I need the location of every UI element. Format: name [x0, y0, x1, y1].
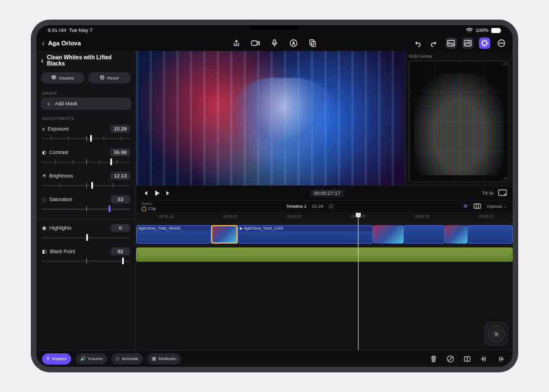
more-icon[interactable]	[496, 38, 507, 49]
snap-icon[interactable]	[473, 203, 481, 211]
trash-icon[interactable]	[427, 353, 440, 365]
saturation-row: ◌Saturation 53	[36, 193, 136, 203]
preset-name[interactable]: Clean Whites with Lifted Blacks	[47, 54, 131, 67]
jog-wheel[interactable]	[485, 322, 508, 346]
contrast-value[interactable]: 56.99	[110, 148, 130, 156]
svg-rect-17	[474, 204, 481, 208]
svg-rect-0	[492, 28, 500, 32]
share-icon[interactable]	[231, 38, 242, 49]
reset-button[interactable]: Reset	[88, 72, 132, 83]
titlebar: ‹ Aga Orlova	[36, 35, 513, 51]
undo-icon[interactable]	[412, 38, 423, 49]
inspector-back[interactable]: ‹	[41, 56, 44, 65]
timeline-name[interactable]: Timeline 1	[286, 204, 307, 209]
clip-thumb-3[interactable]	[445, 225, 467, 244]
inspect-tab[interactable]: ⚲Inspect	[42, 353, 71, 365]
highlights-icon: ◉	[42, 225, 46, 231]
playhead[interactable]	[358, 213, 359, 350]
contrast-slider[interactable]	[42, 157, 130, 167]
adjustments-section-label: ADJUSTMENTS	[36, 113, 136, 123]
timeline-header: Select Clip Timeline 1 01:24 ⓘ ⌘ Options…	[136, 200, 513, 212]
svg-point-13	[503, 43, 503, 43]
scope-title: RGB Overlay	[409, 54, 509, 58]
contrast-icon: ◐	[42, 150, 46, 155]
highlights-slider[interactable]	[42, 233, 130, 243]
clip-wide01[interactable]: AgaOrlova_Track_Wide01	[136, 225, 211, 244]
clip-selector[interactable]: Clip	[142, 206, 156, 211]
timeline-ruler[interactable]: 00:00:10 00:00:15 00:00:20 00:00:25 00:0…	[136, 213, 513, 223]
brightness-value[interactable]: 12.13	[110, 172, 130, 180]
clip-thumb-2[interactable]	[373, 225, 403, 244]
exposure-slider[interactable]	[42, 134, 130, 144]
animate-tab[interactable]: ◇Animate	[111, 353, 142, 365]
audio-clip[interactable]	[136, 248, 513, 262]
viewer[interactable]	[136, 51, 405, 185]
color-inspector-icon[interactable]	[479, 38, 490, 49]
blackpoint-slider[interactable]	[42, 256, 130, 267]
disable-clip-icon[interactable]	[444, 353, 457, 365]
svg-point-16	[504, 193, 506, 195]
options-button[interactable]: Options ⌄	[487, 204, 507, 209]
project-title[interactable]: Aga Orlova	[48, 40, 81, 46]
exposure-value[interactable]: 10.29	[110, 125, 130, 133]
brightness-icon: ☀	[42, 173, 46, 179]
svg-point-12	[501, 43, 501, 43]
transport-bar: 00:00:27:17 74 %	[136, 185, 513, 200]
exposure-icon: ±	[42, 126, 45, 132]
timecode[interactable]: 00:00:27:17	[310, 189, 344, 197]
svg-point-4	[290, 40, 297, 46]
clip-cu03[interactable]: ▶ AgaOrlova_Track_CU03	[238, 225, 373, 244]
scopes-toggle-icon[interactable]	[462, 38, 473, 49]
masks-section-label: MASKS	[36, 88, 136, 97]
prev-frame-button[interactable]	[142, 190, 148, 197]
saturation-slider[interactable]	[42, 204, 130, 214]
saturation-value[interactable]: 53	[111, 195, 130, 203]
disable-button[interactable]: Disable	[41, 72, 85, 83]
split-icon[interactable]	[461, 353, 473, 365]
voiceover-icon[interactable]	[269, 38, 280, 49]
text-icon[interactable]	[288, 38, 299, 49]
media-icon[interactable]	[307, 38, 318, 49]
highlights-row: ◉Highlights 0	[36, 222, 136, 232]
trim-start-icon[interactable]	[478, 353, 490, 365]
brightness-row: ☀Brightness 12.13	[36, 170, 136, 180]
video-track[interactable]: AgaOrlova_Track_Wide01 ▶ AgaOrlova_Track…	[136, 223, 513, 245]
svg-point-14	[53, 77, 54, 78]
multicam-tab[interactable]: ▦Multicam	[147, 353, 181, 365]
brightness-slider[interactable]	[42, 181, 130, 191]
plus-icon: ＋	[45, 100, 52, 108]
link-icon[interactable]: ⌘	[463, 204, 468, 209]
zoom-value[interactable]: 74 %	[482, 190, 494, 196]
clip-4[interactable]	[403, 225, 445, 244]
play-button[interactable]	[153, 189, 161, 197]
timeline-duration: 01:24	[312, 204, 323, 209]
audio-track[interactable]	[136, 245, 513, 263]
reset-icon	[100, 75, 105, 81]
add-mask-button[interactable]: ＋ Add Mask	[41, 97, 131, 110]
eye-icon	[51, 75, 57, 81]
svg-point-11	[499, 43, 500, 43]
saturation-icon: ◌	[42, 197, 46, 202]
svg-rect-1	[500, 30, 501, 31]
rgb-overlay-scope[interactable]: 120 -20	[409, 60, 509, 182]
status-time: 9:41 AM	[48, 27, 66, 33]
info-icon[interactable]: ⓘ	[329, 203, 333, 209]
highlights-value[interactable]: 0	[111, 224, 130, 232]
wifi-icon	[466, 27, 473, 33]
blackpoint-icon: ◧	[42, 249, 47, 254]
timeline[interactable]: 00:00:10 00:00:15 00:00:20 00:00:25 00:0…	[136, 212, 513, 350]
photos-icon[interactable]	[445, 38, 457, 49]
next-frame-button[interactable]	[165, 190, 172, 197]
blackpoint-value[interactable]: 82	[111, 248, 130, 255]
volume-tab[interactable]: 🔊Volume	[76, 353, 108, 365]
trim-end-icon[interactable]	[495, 353, 507, 365]
camera-icon[interactable]	[250, 38, 261, 49]
contrast-row: ◐Contrast 56.99	[36, 146, 136, 156]
clip-selected[interactable]	[211, 225, 238, 244]
clip-5[interactable]	[467, 225, 513, 244]
redo-icon[interactable]	[429, 38, 440, 49]
display-options-icon[interactable]	[498, 188, 507, 198]
exposure-row: ±Exposure 10.29	[36, 123, 136, 133]
svg-rect-3	[273, 40, 276, 44]
back-button[interactable]: ‹	[42, 39, 45, 48]
